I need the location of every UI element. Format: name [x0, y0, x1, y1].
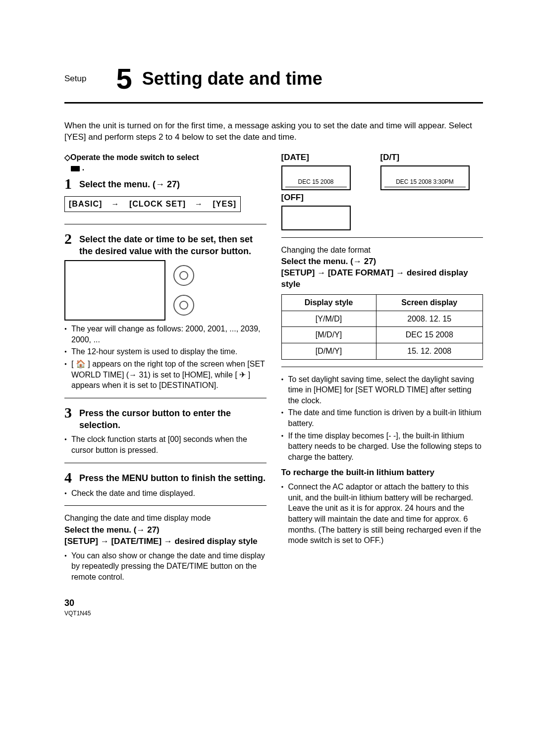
- bullet-list: The year will change as follows: 2000, 2…: [64, 324, 267, 391]
- lcd-value: DEC 15 2008 3:30PM: [384, 178, 466, 187]
- step-2: 2 Select the date or time to be set, the…: [64, 231, 267, 258]
- bullet-list: You can also show or change the date and…: [64, 550, 267, 583]
- display-examples-row: [DATE] DEC 15 2008 [D/T] DEC 15 2008 3:3…: [281, 152, 483, 190]
- right-column: [DATE] DEC 15 2008 [D/T] DEC 15 2008 3:3…: [281, 152, 483, 617]
- table-header: Screen display: [376, 295, 482, 311]
- cursor-lr-icon: [173, 265, 194, 286]
- table-cell: 2008. 12. 15: [376, 311, 482, 327]
- lcd-value: [285, 226, 347, 227]
- step-3: 3 Press the cursor button to enter the s…: [64, 405, 267, 432]
- separator: [64, 224, 267, 224]
- list-item: The 12-hour system is used to display th…: [64, 346, 267, 357]
- display-mode-label: [OFF]: [281, 192, 483, 204]
- lcd-box: DEC 15 2008 3:30PM: [380, 165, 470, 190]
- bullet-list: To set daylight saving time, select the …: [281, 374, 483, 463]
- menu-path-box: [BASIC]→ [CLOCK SET]→ [YES]: [64, 196, 241, 212]
- page-number: 30: [64, 597, 267, 609]
- step-1: 1 Select the menu. (→ 27): [64, 176, 267, 191]
- list-item: The year will change as follows: 2000, 2…: [64, 324, 267, 345]
- display-example: [OFF]: [281, 192, 483, 230]
- operate-text: Operate the mode switch to select: [70, 153, 199, 162]
- left-column: ◇Operate the mode switch to select . 1 S…: [64, 152, 267, 617]
- document-code: VQT1N45: [64, 609, 267, 617]
- list-item: You can also show or change the date and…: [64, 550, 267, 583]
- step-number: 3: [64, 405, 74, 420]
- separator: [64, 505, 267, 506]
- table-header-row: Display style Screen display: [281, 295, 483, 311]
- separator: [64, 398, 267, 398]
- operate-instruction: ◇Operate the mode switch to select .: [64, 152, 267, 173]
- cursor-buttons-illustration: [173, 260, 194, 321]
- bullet-list: Check the date and time displayed.: [64, 488, 267, 499]
- step-text: Press the MENU button to finish the sett…: [79, 470, 266, 484]
- list-item: The date and time function is driven by …: [281, 407, 483, 429]
- table-cell: [Y/M/D]: [281, 311, 376, 327]
- lcd-box: DEC 15 2008: [281, 165, 351, 190]
- display-mode-label: [D/T]: [380, 152, 470, 163]
- step-number: 4: [64, 470, 74, 485]
- page-footer: 30 VQT1N45: [64, 597, 267, 617]
- recharge-heading: To recharge the built-in lithium battery: [281, 467, 483, 479]
- page-title: Setting date and time: [142, 67, 322, 91]
- table-cell: DEC 15 2008: [376, 327, 482, 343]
- table-row: [Y/M/D] 2008. 12. 15: [281, 311, 483, 327]
- step-text: Press the cursor button to enter the sel…: [79, 405, 267, 432]
- separator: [281, 367, 483, 367]
- step-number: 1: [64, 176, 74, 191]
- chapter-number: 5: [116, 64, 132, 93]
- list-item: To set daylight saving time, select the …: [281, 374, 483, 406]
- bullet-list: Connect the AC adaptor or attach the bat…: [281, 482, 483, 546]
- menu-item: [YES]: [213, 200, 236, 208]
- table-cell: 15. 12. 2008: [376, 343, 482, 359]
- lcd-box: [281, 206, 351, 230]
- step-number: 2: [64, 231, 74, 246]
- category-label: Setup: [64, 73, 86, 85]
- menu-item: [CLOCK SET]: [129, 200, 186, 208]
- camera-icon: [71, 166, 80, 171]
- table-cell: [D/M/Y]: [281, 343, 376, 359]
- list-item: [ 🏠 ] appears on the right top of the sc…: [64, 359, 267, 391]
- select-menu-line: Select the menu. (→ 27): [64, 525, 267, 536]
- separator: [281, 237, 483, 238]
- menu-path-line: [SETUP] → [DATE/TIME] → desired display …: [64, 536, 267, 547]
- list-item: The clock function starts at [00] second…: [64, 434, 267, 455]
- list-item: Check the date and time displayed.: [64, 488, 267, 499]
- select-menu-line: Select the menu. (→ 27): [281, 256, 483, 268]
- table-row: [M/D/Y] DEC 15 2008: [281, 327, 483, 343]
- table-cell: [M/D/Y]: [281, 327, 376, 343]
- step-4: 4 Press the MENU button to finish the se…: [64, 470, 267, 485]
- date-format-table: Display style Screen display [Y/M/D] 200…: [281, 294, 483, 359]
- display-mode-label: [DATE]: [281, 152, 351, 163]
- separator: [64, 463, 267, 463]
- display-example: [D/T] DEC 15 2008 3:30PM: [380, 152, 470, 190]
- page: Setup 5 Setting date and time When the u…: [0, 0, 535, 647]
- step-text: Select the menu. (→ 27): [79, 176, 180, 190]
- lcd-screen-illustration: [64, 260, 165, 321]
- list-item: Connect the AC adaptor or attach the bat…: [281, 482, 483, 546]
- menu-item: [BASIC]: [69, 200, 102, 208]
- table-row: [D/M/Y] 15. 12. 2008: [281, 343, 483, 359]
- cursor-ud-icon: [173, 295, 194, 316]
- step-text: Select the date or time to be set, then …: [79, 231, 267, 258]
- display-example: [DATE] DEC 15 2008: [281, 152, 351, 190]
- lcd-value: DEC 15 2008: [285, 178, 347, 187]
- subheading: Changing the date and time display mode: [64, 513, 267, 524]
- page-header: Setup 5 Setting date and time: [64, 64, 483, 104]
- bullet-list: The clock function starts at [00] second…: [64, 434, 267, 455]
- list-item: If the time display becomes [- -], the b…: [281, 431, 483, 463]
- menu-path-line: [SETUP] → [DATE FORMAT] → desired displa…: [281, 268, 483, 290]
- two-column-layout: ◇Operate the mode switch to select . 1 S…: [64, 152, 483, 617]
- intro-text: When the unit is turned on for the first…: [64, 120, 483, 143]
- table-header: Display style: [281, 295, 376, 311]
- illustration: [64, 260, 267, 321]
- subheading: Changing the date format: [281, 245, 483, 256]
